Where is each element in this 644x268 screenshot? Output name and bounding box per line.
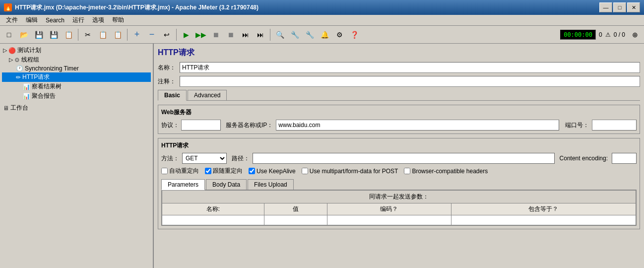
table-row-empty: [162, 215, 636, 225]
test-plan-icon: 🔴: [8, 47, 16, 54]
name-input[interactable]: [180, 62, 640, 73]
inner-panel-content: 同请求一起发送参数： 名称: 值 编码？ 包含等于？: [161, 190, 637, 226]
method-select[interactable]: GET POST PUT DELETE: [182, 153, 227, 164]
protocol-label: 协议：: [161, 121, 179, 130]
tree-item-test-plan[interactable]: ▷ 🔴 测试计划: [2, 46, 151, 55]
shutdown-button[interactable]: ⏹: [224, 28, 238, 42]
tree-item-thread-group[interactable]: ▷ ⚙ 线程组: [2, 55, 151, 65]
web-server-title: Web服务器: [161, 108, 637, 117]
result-tree-icon: 📊: [23, 83, 30, 90]
col-encode: 编码？: [327, 203, 451, 215]
tab-body-data[interactable]: Body Data: [206, 179, 247, 190]
title-text: HTTP请求.jmx (D:\apache-jmeter-3.2\bin\HTT…: [15, 3, 599, 12]
thread-group-expand-icon: ▷: [9, 57, 13, 63]
http-request-label: HTTP请求: [22, 73, 50, 81]
help-button[interactable]: ❓: [347, 28, 361, 42]
web-server-section: Web服务器 协议： 服务器名称或IP： 端口号：: [158, 105, 640, 134]
expand-icon[interactable]: ⊕: [628, 28, 642, 42]
main-layout: ▷ 🔴 测试计划 ▷ ⚙ 线程组 🕐 Synchronizing Timer ✏…: [0, 44, 644, 268]
tree-item-aggregate[interactable]: 📊 聚合报告: [2, 91, 151, 101]
menu-file[interactable]: 文件: [2, 15, 22, 25]
tree-item-result-tree[interactable]: 📊 察看结果树: [2, 82, 151, 91]
sep-3: [176, 29, 177, 41]
path-input[interactable]: [253, 153, 555, 164]
start-no-pause-button[interactable]: ▶▶: [194, 28, 208, 42]
save-button[interactable]: 💾: [32, 28, 46, 42]
menu-options[interactable]: 选项: [88, 15, 108, 25]
menu-edit[interactable]: 编辑: [22, 15, 42, 25]
close-button[interactable]: ✕: [627, 2, 640, 12]
window-controls: — □ ✕: [599, 2, 640, 12]
tree-item-http-request[interactable]: ✏ HTTP请求: [2, 72, 151, 82]
name-label: 名称：: [158, 64, 178, 72]
follow-redirect-checkbox[interactable]: 跟随重定向: [205, 167, 243, 175]
auto-redirect-checkbox[interactable]: 自动重定向: [161, 167, 199, 175]
toolbar-right: 00:00:00 0 ⚠ 0 / 0 ⊕: [560, 28, 642, 42]
title-bar: 🔥 HTTP请求.jmx (D:\apache-jmeter-3.2\bin\H…: [0, 0, 644, 15]
sync-timer-label: Synchronizing Timer: [25, 65, 79, 72]
save-as-button[interactable]: 💾: [47, 28, 61, 42]
tree-item-sync-timer[interactable]: 🕐 Synchronizing Timer: [2, 65, 151, 72]
port-input[interactable]: [592, 120, 637, 131]
http-request-section-title: HTTP请求: [161, 141, 637, 150]
comment-row: 注释：: [158, 76, 640, 87]
col-value: 值: [264, 203, 327, 215]
remote-exit-button[interactable]: 🔔: [318, 28, 331, 42]
cut-button[interactable]: ✂: [81, 28, 95, 42]
paste-button[interactable]: 📋: [111, 28, 125, 42]
comment-label: 注释：: [158, 77, 178, 86]
panel-title: HTTP请求: [158, 48, 640, 58]
minimize-button[interactable]: —: [599, 2, 612, 12]
main-tabs: Basic Advanced: [158, 90, 640, 101]
result-tree-label: 察看结果树: [32, 82, 62, 91]
http-request-section: HTTP请求 方法： GET POST PUT DELETE 路径： Conte…: [158, 138, 640, 229]
add-button[interactable]: +: [130, 28, 144, 42]
menu-help[interactable]: 帮助: [108, 15, 128, 25]
method-label: 方法：: [161, 154, 179, 163]
copy-button[interactable]: 📋: [96, 28, 110, 42]
maximize-button[interactable]: □: [613, 2, 626, 12]
remove-button[interactable]: −: [145, 28, 159, 42]
menu-bar: 文件 编辑 Search 运行 选项 帮助: [0, 15, 644, 26]
protocol-input[interactable]: [181, 120, 221, 131]
server-input[interactable]: [276, 120, 559, 131]
tree-item-workbench[interactable]: 🖥 工作台: [2, 103, 151, 113]
start-button[interactable]: ▶: [179, 28, 193, 42]
col-include: 包含等于？: [451, 203, 636, 215]
menu-run[interactable]: 运行: [68, 15, 88, 25]
search-button[interactable]: 🔍: [273, 28, 287, 42]
port-label: 端口号：: [565, 121, 589, 130]
encoding-input[interactable]: [612, 153, 637, 164]
remote-start-button[interactable]: 🔧: [288, 28, 302, 42]
clear-all-button[interactable]: ⏭: [254, 28, 267, 42]
revert-button[interactable]: 📋: [62, 28, 75, 42]
sep-4: [270, 29, 270, 41]
tab-basic[interactable]: Basic: [158, 90, 187, 101]
menu-search[interactable]: Search: [42, 16, 68, 25]
reset-button[interactable]: ↩: [160, 28, 174, 42]
tab-files-upload[interactable]: Files Upload: [248, 179, 294, 190]
template-button[interactable]: ⚙: [332, 28, 346, 42]
tab-advanced[interactable]: Advanced: [188, 90, 227, 100]
sep-2: [127, 29, 128, 41]
params-header: 同请求一起发送参数：: [162, 190, 636, 203]
thread-group-label: 线程组: [21, 56, 39, 64]
right-panel: HTTP请求 名称： 注释： Basic Advanced Web服务器 协议：…: [154, 44, 644, 268]
params-table: 名称: 值 编码？ 包含等于？: [162, 203, 636, 225]
multipart-checkbox[interactable]: Use multipart/form-data for POST: [302, 168, 398, 175]
keepalive-checkbox[interactable]: Use KeepAlive: [249, 168, 296, 175]
open-button[interactable]: 📂: [17, 28, 31, 42]
error-count: 0: [599, 31, 602, 38]
thread-group-icon: ⚙: [14, 57, 20, 64]
new-button[interactable]: □: [2, 28, 16, 42]
comment-input[interactable]: [180, 76, 640, 87]
path-label: 路径：: [232, 154, 250, 163]
stop-button[interactable]: ⏹: [209, 28, 223, 42]
remote-stop-button[interactable]: 🔧: [303, 28, 317, 42]
sep-1: [78, 29, 78, 41]
tab-parameters[interactable]: Parameters: [161, 179, 205, 190]
warning-icon: ⚠: [605, 31, 611, 38]
browser-headers-checkbox[interactable]: Browser-compatible headers: [404, 168, 488, 175]
clear-button[interactable]: ⏭: [239, 28, 253, 42]
web-server-row: 协议： 服务器名称或IP： 端口号：: [161, 120, 637, 131]
